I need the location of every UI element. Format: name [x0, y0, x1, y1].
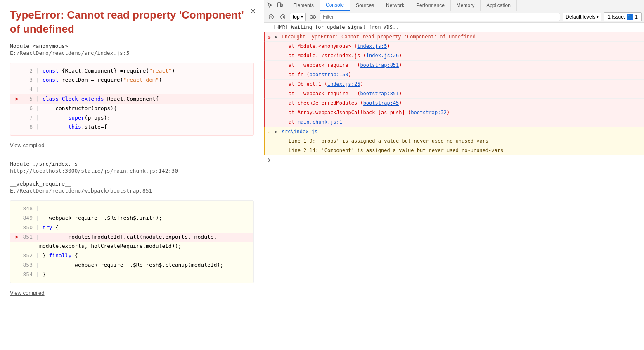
console-toolbar: top ▾ Default levels ▾ 1 Issue: 🔵 1	[264, 11, 644, 23]
console-stack-line: at Array.webpackJsonpCallback [as push] …	[264, 108, 644, 117]
devtools-panel: Elements Console Sources Network Perform…	[264, 0, 644, 350]
console-stack-line: at fn (bootstrap:150)	[264, 70, 644, 80]
warning-file-link[interactable]: src\index.js	[282, 129, 317, 134]
svg-point-4	[281, 14, 285, 19]
console-output: [HMR] Waiting for update signal from WDS…	[264, 23, 644, 350]
line-arrow	[15, 67, 20, 75]
console-line-error: ⊗ ▶ Uncaught TypeError: Cannot read prop…	[264, 32, 644, 42]
frame-selector[interactable]: top ▾	[290, 13, 306, 21]
code-line: 3 | const reactDom = require("react-dom"…	[10, 75, 253, 85]
stack-link[interactable]: index.js:26	[327, 81, 360, 87]
stack-link[interactable]: main.chunk.js:1	[298, 119, 342, 125]
console-stack-line: at __webpack_require__ (bootstrap:851)	[264, 89, 644, 99]
devtools-tab-bar: Elements Console Sources Network Perform…	[264, 0, 644, 11]
stack-link[interactable]: index.js:5	[357, 43, 387, 49]
error-panel: TypeError: Cannot read property 'Compone…	[0, 0, 264, 350]
code-line: 2 | const {React,Component} =require("re…	[10, 66, 253, 76]
line-number: 5	[21, 95, 33, 103]
inspect-icon[interactable]	[266, 1, 274, 10]
stack-link[interactable]: bootstrap:851	[360, 91, 399, 96]
code-line: 4 |	[10, 85, 253, 94]
svg-rect-1	[281, 4, 283, 7]
view-compiled-1[interactable]: View compiled	[10, 142, 254, 148]
chevron-down-icon: ▾	[597, 14, 599, 19]
code-block-2: 848 | 849 | __webpack_require__.$Refresh…	[10, 200, 254, 283]
line-arrow	[15, 123, 20, 132]
console-prompt[interactable]: ❯	[264, 155, 644, 159]
code-line: 853 | __webpack_require__.$Refresh$.clea…	[10, 261, 253, 270]
line-number: 8	[21, 123, 33, 132]
issue-icon: 🔵	[627, 14, 633, 20]
error-message: Uncaught TypeError: Cannot read property…	[282, 34, 476, 40]
code-line: 849 | __webpack_require__.$Refresh$.init…	[10, 214, 253, 223]
stack-link[interactable]: bootstrap:32	[411, 110, 447, 115]
svg-rect-0	[278, 3, 281, 7]
svg-line-3	[270, 16, 272, 18]
expand-arrow[interactable]: ▶	[275, 34, 277, 40]
line-number: 2	[21, 67, 33, 75]
error-title: TypeError: Cannot read property 'Compone…	[10, 8, 254, 36]
code-line: 850 | try {	[10, 223, 253, 233]
tab-application[interactable]: Application	[481, 0, 517, 11]
line-arrow	[15, 104, 20, 113]
stack-link[interactable]: bootstrap:150	[310, 72, 348, 78]
tab-console[interactable]: Console	[320, 0, 350, 11]
tab-performance[interactable]: Performance	[410, 0, 451, 11]
error-icon: ⊗	[268, 33, 271, 42]
stack-link[interactable]: bootstrap:851	[360, 62, 399, 68]
eye-button[interactable]	[308, 12, 317, 21]
device-icon[interactable]	[276, 1, 284, 10]
line-arrow	[15, 76, 20, 85]
stack-path-1: http://localhost:3000/static/js/main.chu…	[10, 168, 254, 174]
expand-arrow-warning[interactable]: ▶	[275, 129, 277, 134]
filter-input[interactable]	[320, 13, 561, 21]
code-line: module.exports, hotCreateRequire(moduleI…	[10, 242, 253, 251]
line-number: 3	[21, 76, 33, 85]
default-levels-selector[interactable]: Default levels ▾	[563, 13, 601, 21]
close-button[interactable]: ×	[251, 7, 256, 16]
console-stack-line: at Object.1 (index.js:26)	[264, 80, 644, 89]
code-line: 848 |	[10, 204, 253, 214]
default-levels-label: Default levels	[566, 14, 595, 20]
line-arrow	[15, 114, 20, 122]
module-name: Module.<anonymous>	[10, 43, 254, 49]
code-block-1: 2 | const {React,Component} =require("re…	[10, 63, 254, 136]
console-stack-line: at main.chunk.js:1	[264, 117, 644, 127]
stack-module-1: Module../src/index.js	[10, 161, 254, 167]
console-warning-detail-1: Line 1:9: 'props' is assigned a value bu…	[264, 136, 644, 146]
prompt-icon: ❯	[268, 157, 270, 163]
frame-selector-label: top	[293, 14, 300, 20]
console-warning-detail-2: Line 2:14: 'Component' is assigned a val…	[264, 146, 644, 155]
line-number: 7	[21, 114, 33, 122]
tab-elements[interactable]: Elements	[287, 0, 320, 11]
issue-badge[interactable]: 1 Issue: 🔵 1	[604, 12, 642, 21]
console-stack-line: at checkDeferredModules (bootstrap:45)	[264, 99, 644, 108]
stack-path-2: E:/ReactDemo/reactdemo/webpack/bootstrap…	[10, 188, 254, 194]
code-line-active: > 5 | class Clock extends React.Componen…	[10, 94, 253, 104]
code-line: 6 | constructor(props){	[10, 104, 253, 113]
hmr-text: [HMR] Waiting for update signal from WDS…	[273, 24, 402, 30]
line-arrow	[15, 85, 20, 94]
stack-module-2: __webpack_require__	[10, 181, 254, 187]
code-line: 854 | }	[10, 270, 253, 280]
pause-button[interactable]	[278, 12, 287, 21]
stack-link[interactable]: bootstrap:45	[363, 100, 399, 106]
code-line: 852 | } finally {	[10, 251, 253, 261]
clear-console-button[interactable]	[267, 12, 276, 21]
console-stack-line: at Module.<anonymous> (index.js:5)	[264, 42, 644, 51]
tab-network[interactable]: Network	[380, 0, 410, 11]
tab-memory[interactable]: Memory	[451, 0, 481, 11]
console-line-warning: ⚠ ▶ src\index.js	[264, 127, 644, 136]
issue-label: 1 Issue:	[608, 14, 625, 20]
stack-link[interactable]: index.js:26	[366, 53, 399, 59]
line-number: 4	[21, 85, 33, 94]
console-stack-line: at Module../src/index.js (index.js:26)	[264, 51, 644, 61]
tab-sources[interactable]: Sources	[350, 0, 380, 11]
devtools-icon-group	[266, 1, 284, 10]
console-line-hmr: [HMR] Waiting for update signal from WDS…	[264, 23, 644, 32]
code-line: 7 | super(props);	[10, 113, 253, 123]
code-line-active: > 851 | modules[moduleId].call(module.ex…	[10, 233, 253, 242]
view-compiled-2[interactable]: View compiled	[10, 290, 254, 296]
line-arrow-active: >	[15, 95, 20, 103]
svg-point-7	[310, 15, 316, 19]
